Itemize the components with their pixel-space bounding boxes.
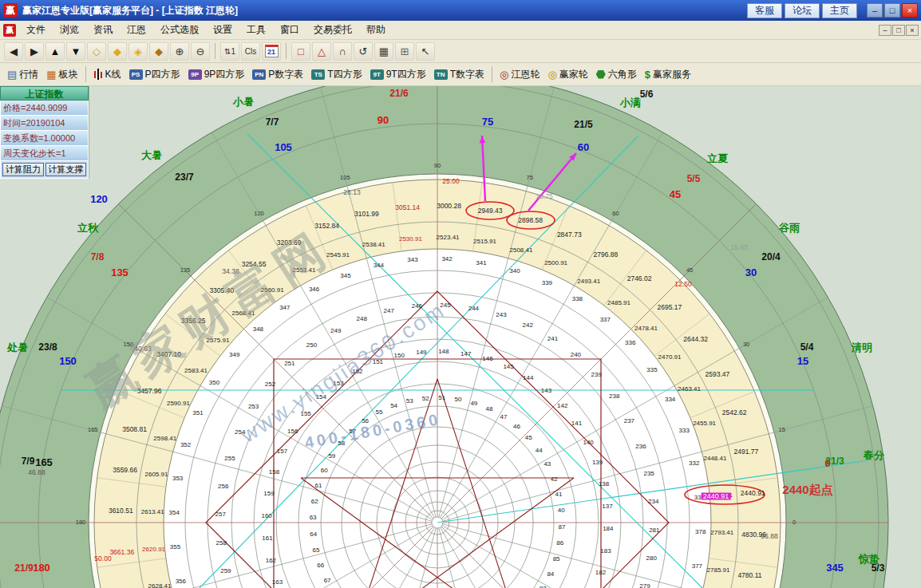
btn-t-square[interactable]: TST四方形 [311, 68, 362, 81]
btn-t-table[interactable]: TNT数字表 [434, 68, 484, 81]
tool-crosshair[interactable]: ⊞ [395, 42, 414, 61]
btn-9p-square[interactable]: 9P9P四方形 [188, 68, 245, 81]
titlebar-quick-buttons: 客服论坛主页 [745, 3, 857, 18]
stock-name: 上证指数 [0, 86, 89, 101]
tool-step[interactable]: ⇅1 [220, 42, 239, 61]
btn-kline[interactable]: K线 [93, 68, 121, 81]
menu-bar: 赢 文件浏览资讯江恩公式选股设置工具窗口交易委托帮助 –□× [0, 21, 921, 40]
gann-wheel-canvas[interactable]: 0153045607590105120135150165180195210225… [0, 86, 921, 588]
btn-9t-square-label: 9T四方形 [386, 68, 426, 81]
btn-sectors-icon: ▦ [46, 69, 56, 80]
btn-quotes-icon: ▤ [7, 69, 17, 80]
stock-info-panel: 上证指数 价格=2440.9099时间=20190104变换系数=1.00000… [0, 86, 89, 179]
panel-row: 变换系数=1.00000 [0, 131, 89, 146]
panel-btn-计算阻力[interactable]: 计算阻力 [2, 163, 44, 176]
toolbar-charts: ▤行情▦板块K线PSP四方形9P9P四方形PNP数字表TST四方形9T9T四方形… [0, 63, 921, 86]
btn-service[interactable]: $赢家服务 [645, 68, 691, 81]
btn-9t-square[interactable]: 9T9T四方形 [370, 68, 426, 81]
mdi-restore-button[interactable]: □ [892, 25, 905, 36]
btn-support[interactable]: 客服 [747, 3, 782, 18]
btn-quotes-label: 行情 [19, 68, 38, 81]
tool-diamond-solid[interactable]: ◆ [108, 42, 127, 61]
btn-p-square[interactable]: PSP四方形 [129, 68, 180, 81]
btn-p-table[interactable]: PNP数字表 [252, 68, 303, 81]
btn-t-square-label: T四方形 [327, 68, 362, 81]
menu-工具[interactable]: 工具 [239, 21, 273, 39]
tool-diamond-center[interactable]: ◈ [128, 42, 148, 61]
btn-hexagon[interactable]: 六角形 [596, 68, 637, 81]
btn-sectors-label: 板块 [59, 68, 78, 81]
stock-info-rows: 价格=2440.9099时间=20190104变换系数=1.00000周天变化步… [0, 101, 89, 161]
btn-t-table-label: T数字表 [450, 68, 484, 81]
panel-row: 价格=2440.9099 [0, 101, 89, 116]
btn-kline-label: K线 [105, 68, 121, 81]
btn-sectors[interactable]: ▦板块 [46, 68, 77, 81]
close-button[interactable]: × [902, 3, 918, 18]
panel-row: 周天变化步长=1 [0, 146, 89, 161]
menu-帮助[interactable]: 帮助 [359, 21, 393, 39]
menu-公式选股[interactable]: 公式选股 [153, 21, 206, 39]
tool-pointer[interactable]: ↖ [416, 42, 435, 61]
btn-winner-wheel-label: 赢家轮 [559, 68, 588, 81]
btn-p-square-label: P四方形 [145, 68, 180, 81]
menu-items: 文件浏览资讯江恩公式选股设置工具窗口交易委托帮助 [19, 21, 393, 39]
menu-设置[interactable]: 设置 [206, 21, 239, 39]
nav-back[interactable]: ◀ [4, 42, 23, 61]
toolbar-separator [286, 43, 287, 59]
menu-窗口[interactable]: 窗口 [273, 21, 306, 39]
hexagon-icon [596, 70, 606, 79]
toolbar-separator [215, 43, 215, 59]
zoom-in[interactable]: ⊕ [170, 42, 189, 61]
btn-t-table-icon: TN [434, 69, 448, 80]
btn-service-icon: $ [645, 69, 650, 80]
btn-gann-wheel-label: 江恩轮 [511, 68, 540, 81]
maximize-button[interactable]: □ [884, 3, 900, 18]
btn-p-table-icon: PN [252, 69, 266, 80]
btn-p-table-label: P数字表 [268, 68, 303, 81]
btn-forum[interactable]: 论坛 [785, 3, 820, 18]
window-title: 赢家江恩专业版[赢家服务平台] - [上证指数 江恩轮] [22, 4, 745, 18]
menu-资讯[interactable]: 资讯 [86, 21, 120, 39]
mdi-close-button[interactable]: × [906, 25, 919, 36]
tool-up-triangle[interactable]: ▲ [45, 42, 65, 61]
tool-grid[interactable]: ▦ [374, 42, 393, 61]
tool-calendar[interactable]: 21 [262, 42, 281, 61]
menu-交易委托[interactable]: 交易委托 [306, 21, 359, 39]
btn-hexagon-label: 六角形 [608, 68, 637, 81]
btn-quotes[interactable]: ▤行情 [7, 68, 38, 81]
tool-square[interactable]: □ [291, 42, 310, 61]
btn-gann-wheel-icon: ◎ [500, 69, 508, 80]
tool-diamond-outline[interactable]: ◇ [87, 42, 106, 61]
btn-winner-wheel[interactable]: ◎赢家轮 [547, 68, 587, 81]
btn-9t-square-icon: 9T [370, 69, 384, 80]
minimize-button[interactable]: – [867, 3, 883, 18]
btn-p-square-icon: PS [129, 69, 143, 80]
mdi-minimize-button[interactable]: – [879, 25, 891, 36]
btn-9p-square-icon: 9P [188, 69, 202, 80]
tool-rotate[interactable]: ↺ [354, 42, 373, 61]
tool-diamond-dark[interactable]: ◆ [149, 42, 168, 61]
btn-t-square-icon: TS [311, 69, 325, 80]
btn-9p-square-label: 9P四方形 [204, 68, 245, 81]
tool-down-triangle[interactable]: ▼ [66, 42, 85, 61]
panel-row: 时间=20190104 [0, 116, 89, 131]
nav-forward[interactable]: ▶ [25, 42, 44, 61]
tool-triangle[interactable]: △ [312, 42, 331, 61]
btn-service-label: 赢家服务 [653, 68, 691, 81]
toolbar-separator [85, 66, 86, 82]
toolbar-main: ◀▶▲▼◇◆◈◆⊕⊖⇅1Cls21□△∩↺▦⊞↖ [0, 40, 921, 63]
menu-江恩[interactable]: 江恩 [120, 21, 153, 39]
btn-winner-wheel-icon: ◎ [547, 69, 556, 80]
panel-btn-计算支撑[interactable]: 计算支撑 [45, 163, 87, 176]
btn-home[interactable]: 主页 [822, 3, 857, 18]
app-icon: 赢 [3, 3, 18, 18]
zoom-out[interactable]: ⊖ [191, 42, 210, 61]
menu-文件[interactable]: 文件 [19, 21, 53, 39]
gann-wheel-svg [0, 86, 921, 588]
menu-浏览[interactable]: 浏览 [53, 21, 86, 39]
menu-logo-icon: 赢 [3, 24, 16, 37]
tool-arc[interactable]: ∩ [333, 42, 352, 61]
tool-cls[interactable]: Cls [241, 42, 260, 61]
kline-icon [93, 69, 103, 80]
btn-gann-wheel[interactable]: ◎江恩轮 [500, 68, 540, 81]
